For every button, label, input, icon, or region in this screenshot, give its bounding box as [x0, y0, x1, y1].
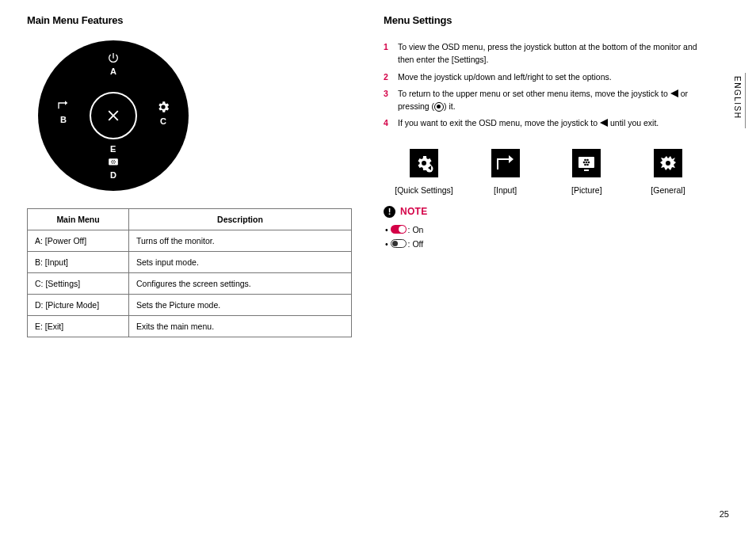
svg-point-11 — [583, 161, 586, 163]
wheel-right: C — [147, 100, 179, 126]
svg-rect-10 — [584, 169, 589, 171]
note-label: NOTE — [400, 206, 428, 217]
svg-point-13 — [588, 161, 590, 163]
step-text: To return to the upper menu or set other… — [398, 87, 708, 113]
right-column: Menu Settings 1 To view the OSD menu, pr… — [384, 14, 708, 337]
wheel-bottom: D — [97, 157, 129, 180]
picture-icon — [106, 157, 120, 168]
svg-point-17 — [587, 163, 590, 166]
triangle-left-icon — [670, 89, 678, 97]
gear-icon — [156, 100, 170, 114]
general-icon — [659, 154, 678, 173]
icon-general: [General] — [632, 149, 704, 195]
joystick-icon — [434, 102, 444, 112]
note-list: : On : Off — [385, 223, 708, 253]
step-4: 4 If you want to exit the OSD menu, move… — [384, 116, 708, 129]
table-row: C: [Settings]Configures the screen setti… — [28, 273, 352, 295]
input-icon — [56, 100, 71, 112]
svg-point-5 — [113, 160, 114, 161]
left-column: Main Menu Features A B C — [27, 14, 352, 337]
wheel-top: A — [97, 51, 129, 76]
table-head-menu: Main Menu — [28, 209, 129, 230]
wheel-left: B — [48, 100, 79, 124]
svg-point-3 — [115, 162, 116, 162]
steps-list: 1 To view the OSD menu, press the joysti… — [384, 40, 708, 130]
icon-label: [Input] — [494, 185, 517, 195]
note-off: : Off — [385, 237, 708, 252]
language-label: ENGLISH — [733, 76, 742, 119]
table-row: A: [Power Off]Turns off the monitor. — [28, 230, 352, 252]
svg-point-16 — [585, 163, 587, 166]
table-head-desc: Description — [129, 209, 352, 230]
icon-input: [Input] — [470, 149, 541, 195]
joystick-wheel: A B C D — [38, 40, 352, 191]
note-on: : On — [385, 223, 708, 238]
svg-point-1 — [113, 162, 113, 162]
icon-quick-settings: [Quick Settings] — [388, 149, 460, 195]
wheel-center: E — [90, 92, 137, 139]
icon-label: [Picture] — [571, 185, 602, 195]
heading-menu-settings: Menu Settings — [384, 14, 708, 26]
svg-point-2 — [111, 162, 112, 162]
wheel-label-b: B — [48, 115, 79, 124]
step-text: To view the OSD menu, press the joystick… — [398, 40, 708, 67]
wheel-label-c: C — [147, 116, 179, 126]
input-icon — [496, 154, 515, 173]
toggle-off-icon — [391, 239, 407, 248]
power-icon — [107, 51, 120, 64]
svg-point-7 — [113, 162, 114, 163]
step-2: 2 Move the joystick up/down and left/rig… — [384, 70, 708, 83]
note-heading: ! NOTE — [384, 206, 708, 218]
page-number: 25 — [720, 509, 729, 519]
triangle-left-icon — [600, 119, 608, 127]
svg-point-4 — [112, 160, 113, 161]
icon-picture: [Picture] — [551, 149, 622, 195]
icon-label: [Quick Settings] — [395, 185, 453, 195]
svg-point-12 — [586, 161, 588, 163]
wheel-label-a: A — [97, 67, 129, 76]
table-row: D: [Picture Mode]Sets the Picture mode. — [28, 295, 352, 316]
step-text: If you want to exit the OSD menu, move t… — [398, 116, 659, 129]
icon-label: [General] — [651, 185, 685, 195]
step-1: 1 To view the OSD menu, press the joysti… — [384, 40, 708, 67]
step-text: Move the joystick up/down and left/right… — [398, 70, 612, 83]
quick-settings-icon — [414, 154, 433, 173]
settings-icon-row: [Quick Settings] [Input] [Picture] [Gene… — [388, 149, 704, 195]
close-icon — [105, 107, 122, 124]
table-row: B: [Input]Sets input mode. — [28, 252, 352, 273]
heading-main-menu-features: Main Menu Features — [27, 14, 352, 26]
svg-point-14 — [585, 158, 587, 161]
step-3: 3 To return to the upper menu or set oth… — [384, 87, 708, 113]
alert-icon: ! — [384, 206, 395, 218]
svg-point-6 — [112, 162, 113, 163]
side-rule — [745, 73, 746, 128]
wheel-label-d: D — [97, 170, 129, 180]
picture-icon — [577, 154, 596, 173]
svg-point-15 — [587, 158, 590, 161]
main-menu-table: Main Menu Description A: [Power Off]Turn… — [27, 208, 352, 337]
table-row: E: [Exit]Exits the main menu. — [28, 316, 352, 337]
wheel-label-e: E — [110, 144, 116, 154]
toggle-on-icon — [391, 225, 407, 234]
